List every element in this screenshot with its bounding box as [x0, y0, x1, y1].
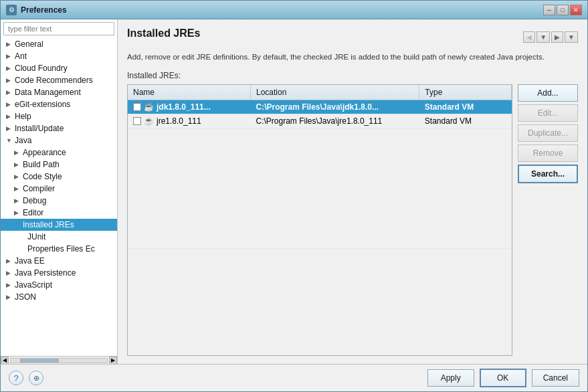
- sidebar-item-label: JavaScript: [15, 280, 52, 290]
- close-button[interactable]: ✕: [570, 5, 582, 15]
- sidebar-item-build-path[interactable]: ▶ Build Path: [1, 159, 117, 171]
- sidebar-item-label: Install/Update: [15, 124, 64, 133]
- sidebar-item-properties-files[interactable]: Properties Files Ec: [1, 243, 117, 255]
- scroll-left-arrow[interactable]: ◀: [1, 357, 9, 365]
- jre-name: jre1.8.0_111: [157, 116, 201, 126]
- forward-button[interactable]: ▶: [551, 31, 563, 43]
- content-area: ▶ General ▶ Ant ▶ Cloud Foundry ▶ Code R…: [1, 19, 587, 364]
- apply-button[interactable]: Apply: [427, 369, 474, 387]
- filter-input[interactable]: [3, 22, 114, 35]
- jre-location: C:\Program Files\Java\jdk1.8.0...: [256, 102, 379, 112]
- sidebar-item-label: Data Management: [15, 88, 81, 97]
- back-button[interactable]: ◀: [523, 31, 535, 43]
- jre-location-cell: C:\Program Files\Java\jre1.8.0_111: [251, 114, 419, 128]
- table-empty-area: [128, 128, 512, 249]
- duplicate-button[interactable]: Duplicate...: [518, 124, 578, 142]
- sidebar-item-label: General: [15, 39, 43, 49]
- expand-arrow: ▶: [14, 161, 21, 168]
- expand-arrow: ▶: [6, 282, 13, 288]
- sidebar-item-javascript[interactable]: ▶ JavaScript: [1, 279, 117, 291]
- sidebar-item-label: Debug: [23, 196, 46, 205]
- col-name-header: Name: [128, 85, 251, 100]
- sidebar-item-egit[interactable]: ▶ eGit-extensions: [1, 98, 117, 110]
- jre-table-wrapper: Name Location Type ✓ ☕: [127, 84, 512, 356]
- sidebar-item-compiler[interactable]: ▶ Compiler: [1, 183, 117, 195]
- sidebar-item-ant[interactable]: ▶ Ant: [1, 50, 117, 62]
- jre-type-cell: Standard VM: [419, 114, 512, 128]
- sidebar-item-install-update[interactable]: ▶ Install/Update: [1, 122, 117, 134]
- sidebar-item-java-ee[interactable]: ▶ Java EE: [1, 255, 117, 267]
- sidebar-item-java[interactable]: ▼ Java: [1, 134, 117, 146]
- sidebar-item-appearance[interactable]: ▶ Appearance: [1, 146, 117, 159]
- cancel-button[interactable]: Cancel: [532, 369, 579, 387]
- expand-arrow: ▶: [6, 41, 13, 47]
- table-row[interactable]: ✓ ☕ jdk1.8.0_111... C:\Program Files\Jav…: [128, 100, 512, 114]
- sidebar-item-data-management[interactable]: ▶ Data Management: [1, 86, 117, 98]
- tree-area: ▶ General ▶ Ant ▶ Cloud Foundry ▶ Code R…: [1, 38, 117, 356]
- sidebar-item-label: Build Path: [23, 160, 60, 169]
- sidebar-item-label: Ant: [15, 52, 27, 61]
- expand-arrow: ▶: [6, 101, 13, 108]
- window-title: Preferences: [21, 5, 539, 15]
- page-title: Installed JREs: [127, 27, 200, 39]
- sidebar-item-label: Cloud Foundry: [15, 64, 68, 73]
- jre-type: Standard VM: [425, 116, 472, 126]
- sidebar-item-label: Java EE: [15, 256, 45, 266]
- sidebar-item-help[interactable]: ▶ Help: [1, 110, 117, 122]
- sidebar-item-json[interactable]: ▶ JSON: [1, 291, 117, 303]
- jre-location: C:\Program Files\Java\jre1.8.0_111: [256, 116, 383, 126]
- help-icon[interactable]: ?: [9, 371, 23, 385]
- sidebar-item-label: Code Recommenders: [15, 76, 93, 85]
- expand-arrow: ▶: [6, 125, 13, 132]
- info-icon[interactable]: ⊕: [29, 371, 43, 385]
- expand-arrow: ▶: [14, 185, 21, 192]
- forward-menu-button[interactable]: ▼: [565, 31, 578, 43]
- sidebar-item-code-recommenders[interactable]: ▶ Code Recommenders: [1, 74, 117, 86]
- jre-checkbox[interactable]: [133, 117, 141, 125]
- add-button[interactable]: Add...: [518, 84, 578, 102]
- jre-checkbox[interactable]: ✓: [133, 103, 141, 111]
- jre-type-cell: Standard VM: [419, 100, 512, 114]
- forward-dropdown-button[interactable]: ▼: [536, 31, 550, 43]
- remove-button[interactable]: Remove: [518, 144, 578, 162]
- window-controls: ─ □ ✕: [543, 5, 582, 15]
- minimize-button[interactable]: ─: [543, 5, 555, 15]
- sidebar-item-java-persistence[interactable]: ▶ Java Persistence: [1, 267, 117, 279]
- sidebar-item-label: eGit-extensions: [15, 100, 70, 109]
- sidebar-item-editor[interactable]: ▶ Editor: [1, 207, 117, 219]
- sidebar-item-label: Java: [15, 136, 31, 145]
- ok-button[interactable]: OK: [480, 369, 526, 387]
- sidebar-item-label: Installed JREs: [23, 220, 74, 229]
- action-buttons: Add... Edit... Duplicate... Remove Searc…: [518, 84, 578, 356]
- table-area: Name Location Type ✓ ☕: [127, 84, 578, 356]
- horizontal-scrollbar[interactable]: ◀ ▶: [1, 356, 117, 364]
- sidebar-item-label: Code Style: [23, 172, 62, 181]
- expand-arrow: ▶: [6, 53, 13, 60]
- jre-table: Name Location Type ✓ ☕: [128, 85, 512, 249]
- table-header-row: Name Location Type: [128, 85, 512, 100]
- description-text: Add, remove or edit JRE definitions. By …: [127, 52, 578, 63]
- maximize-button[interactable]: □: [557, 5, 569, 15]
- edit-button[interactable]: Edit...: [518, 104, 578, 122]
- scroll-track[interactable]: [10, 358, 108, 363]
- left-panel: ▶ General ▶ Ant ▶ Cloud Foundry ▶ Code R…: [1, 19, 118, 364]
- sidebar-item-installed-jres[interactable]: Installed JREs: [1, 219, 117, 231]
- bottom-left-buttons: ? ⊕: [9, 371, 43, 385]
- sidebar-item-junit[interactable]: JUnit: [1, 231, 117, 243]
- sidebar-item-label: Help: [15, 112, 31, 121]
- scroll-right-arrow[interactable]: ▶: [109, 357, 117, 365]
- expand-arrow: ▶: [6, 258, 13, 264]
- search-button[interactable]: Search...: [518, 165, 578, 183]
- expand-arrow: ▶: [6, 77, 13, 84]
- col-type-header: Type: [419, 85, 512, 100]
- sidebar-item-debug[interactable]: ▶ Debug: [1, 195, 117, 207]
- right-header: Installed JREs ◀ ▼ ▶ ▼: [127, 27, 578, 46]
- sidebar-item-general[interactable]: ▶ General: [1, 38, 117, 50]
- jre-icon: ☕: [144, 102, 154, 112]
- bottom-bar: ? ⊕ Apply OK Cancel: [1, 364, 587, 391]
- sidebar-item-code-style[interactable]: ▶ Code Style: [1, 171, 117, 183]
- sidebar-item-cloud-foundry[interactable]: ▶ Cloud Foundry: [1, 62, 117, 74]
- jre-location-cell: C:\Program Files\Java\jdk1.8.0...: [251, 100, 419, 114]
- table-row[interactable]: ☕ jre1.8.0_111 C:\Program Files\Java\jre…: [128, 114, 512, 128]
- section-label: Installed JREs:: [127, 71, 578, 80]
